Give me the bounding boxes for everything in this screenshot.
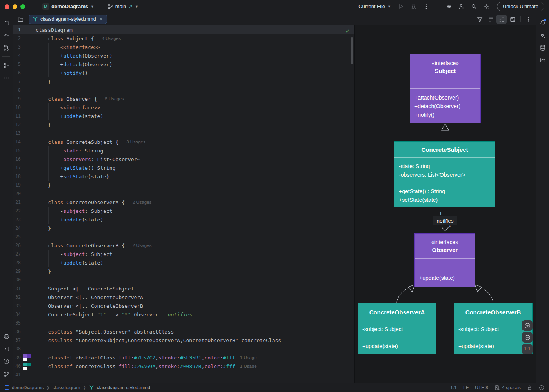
zoom-reset-button[interactable]: 1:1 (522, 344, 533, 354)
notifications-icon[interactable] (538, 18, 548, 28)
event-log-icon[interactable] (539, 385, 544, 390)
ai-assistant-icon[interactable] (538, 30, 548, 40)
usages-hint[interactable]: 4 Usages (102, 36, 121, 41)
filter-icon[interactable] (474, 15, 485, 24)
mermaid-icon[interactable] (538, 55, 548, 65)
code-line[interactable]: 34 ConcreteSubject "1" --> "*" Observer … (13, 310, 354, 319)
more-icon[interactable] (1, 73, 11, 83)
breadcrumb-file[interactable]: classdiagram-styled.mmd (97, 385, 150, 390)
code-line[interactable]: 21 class ConcreteObserverA { 2 Usages (13, 198, 354, 207)
close-tab-icon[interactable]: ✕ (99, 16, 103, 22)
code-line[interactable]: 22 -subject: Subject (13, 207, 354, 215)
code-line[interactable]: 32 Observer <|.. ConcreteObserverA (13, 293, 354, 301)
code-editor[interactable]: 1classDiagram2 class Subject { 4 Usages3… (13, 25, 355, 383)
usages-hint[interactable]: 3 Usages (126, 140, 145, 144)
code-line[interactable]: 7 } (13, 77, 354, 86)
structure-icon[interactable] (1, 60, 11, 71)
code-line[interactable]: 40 classDef concreteClass fill:#26A69A,s… (13, 362, 354, 370)
ai-assistant-icon[interactable] (444, 2, 454, 12)
code-line[interactable]: 29 } (13, 267, 354, 276)
database-icon[interactable] (538, 43, 548, 53)
run-button[interactable] (396, 2, 407, 12)
usages-hint[interactable]: 6 Usages (105, 96, 124, 101)
code-line[interactable]: 31 Subject <|.. ConcreteSubject (13, 284, 354, 293)
inspections-ok-icon[interactable]: ✓ (346, 27, 349, 34)
code-line[interactable]: 24 } (13, 224, 354, 232)
close-window-button[interactable] (5, 4, 9, 9)
settings-gear-icon[interactable] (481, 2, 492, 12)
image-preview-icon[interactable] (507, 15, 518, 24)
code-line[interactable]: 4 +attach(Observer) (13, 51, 354, 60)
code-line[interactable]: 13 (13, 129, 354, 138)
folder-icon[interactable] (15, 15, 25, 24)
code-line[interactable]: 39 classDef abstractClass fill:#7E57C2,s… (13, 353, 354, 362)
code-line[interactable]: 30 (13, 276, 354, 284)
code-line[interactable]: 27 -subject: Subject (13, 250, 354, 258)
line-separator[interactable]: LF (463, 385, 469, 390)
zoom-window-button[interactable] (20, 4, 25, 9)
lock-icon[interactable] (527, 385, 533, 390)
tab-classdiagram-styled[interactable]: classdiagram-styled.mmd ✕ (29, 15, 107, 24)
usages-hint[interactable]: 1 Usage (240, 355, 257, 360)
code-text: +detach(Observer) (36, 62, 113, 67)
code-line[interactable]: 17 +getState() String (13, 163, 354, 172)
breadcrumb-folder[interactable]: classdiagram (53, 385, 80, 390)
add-user-icon[interactable] (456, 2, 467, 12)
file-encoding[interactable]: UTF-8 (475, 385, 488, 390)
minimize-window-button[interactable] (13, 4, 17, 9)
indent-style[interactable]: 4 spaces (494, 385, 521, 390)
code-line[interactable]: 10 <<interface>> (13, 103, 354, 112)
usages-hint[interactable]: 2 Usages (133, 200, 152, 205)
debug-button[interactable] (408, 2, 419, 12)
pull-request-icon[interactable] (1, 43, 11, 53)
code-line[interactable]: 14 class ConcreteSubject { 3 Usages (13, 138, 354, 146)
problems-icon[interactable] (1, 356, 11, 367)
run-services-icon[interactable] (1, 331, 11, 341)
code-line[interactable]: 1classDiagram (13, 25, 354, 34)
code-line[interactable]: 15 -state: String (13, 146, 354, 155)
more-actions-button[interactable] (421, 2, 432, 12)
code-line[interactable]: 37 cssClass "ConcreteSubject,ConcreteObs… (13, 336, 354, 345)
code-line[interactable]: 6 +notify() (13, 69, 354, 77)
code-line[interactable]: 3 <<interface>> (13, 43, 354, 51)
code-line[interactable]: 12 } (13, 120, 354, 129)
search-icon[interactable] (469, 2, 480, 12)
mermaid-diagram-preview[interactable]: 1 * notifies «interface»Subject+attach(O… (355, 25, 536, 383)
code-line[interactable]: 20 (13, 189, 354, 198)
unlock-ultimate-button[interactable]: Unlock Ultimate (497, 2, 544, 11)
code-line[interactable]: 8 (13, 86, 354, 94)
code-line[interactable]: 26 class ConcreteObserverB { 2 Usages (13, 241, 354, 250)
code-line[interactable]: 16 -observers: List~Observer~ (13, 155, 354, 163)
code-line[interactable]: 9 class Observer { 6 Usages (13, 94, 354, 103)
code-line[interactable]: 18 +setState(state) (13, 172, 354, 181)
code-line[interactable]: 11 +update(state) (13, 112, 354, 120)
breadcrumb-project[interactable]: demoDiagrams (12, 385, 44, 390)
code-line[interactable]: 25 (13, 232, 354, 241)
project-widget[interactable]: M demoDiagrams ▼ (39, 2, 97, 11)
terminal-icon[interactable] (1, 344, 11, 354)
code-line[interactable]: 35 (13, 319, 354, 327)
usages-hint[interactable]: 1 Usage (240, 364, 257, 368)
code-line[interactable]: 19 } (13, 181, 354, 189)
run-configuration-selector[interactable]: Current File ▼ (355, 2, 394, 11)
reader-mode-icon[interactable] (485, 15, 496, 24)
zoom-in-button[interactable] (522, 320, 533, 331)
code-line[interactable]: 38 (13, 345, 354, 353)
vcs-branch-widget[interactable]: main ↗ ▼ (104, 2, 142, 11)
code-line[interactable]: 28 +update(state) (13, 258, 354, 267)
git-branch-icon[interactable] (1, 369, 11, 379)
commit-icon[interactable] (1, 30, 11, 40)
code-line[interactable]: 36 cssClass "Subject,Observer" abstractC… (13, 327, 354, 336)
code-line[interactable]: 33 Observer <|.. ConcreteObserverB (13, 301, 354, 310)
code-line[interactable]: 23 +update(state) (13, 215, 354, 224)
more-vertical-icon[interactable] (524, 15, 534, 24)
code-line[interactable]: 2 class Subject { 4 Usages (13, 34, 354, 43)
caret-position[interactable]: 1:1 (450, 385, 457, 390)
folder-icon[interactable] (1, 18, 11, 28)
split-preview-icon[interactable] (496, 15, 507, 24)
editor-scrollbar[interactable] (351, 37, 353, 64)
code-line[interactable]: 41 (13, 370, 354, 379)
zoom-out-button[interactable] (522, 332, 533, 343)
code-line[interactable]: 5 +detach(Observer) (13, 60, 354, 69)
usages-hint[interactable]: 2 Usages (133, 243, 152, 248)
